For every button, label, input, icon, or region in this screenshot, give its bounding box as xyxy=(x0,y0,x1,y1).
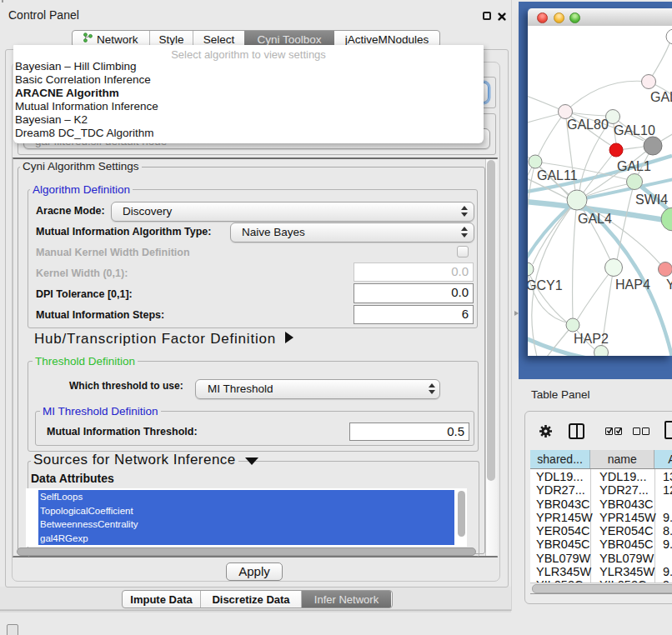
svg-text:GAL11: GAL11 xyxy=(537,168,578,182)
svg-text:GAL1: GAL1 xyxy=(617,159,651,173)
svg-text:HAP4: HAP4 xyxy=(615,278,650,292)
svg-text:SWI4: SWI4 xyxy=(635,192,668,207)
svg-text:GAL10: GAL10 xyxy=(614,123,655,138)
svg-text:GAL80: GAL80 xyxy=(567,118,609,132)
svg-text:GAL4: GAL4 xyxy=(578,212,612,226)
svg-text:GCY1: GCY1 xyxy=(528,278,563,292)
svg-text:GAL80: GAL80 xyxy=(650,90,672,104)
svg-text:HAP2: HAP2 xyxy=(574,332,609,346)
svg-text:YD: YD xyxy=(666,278,672,292)
